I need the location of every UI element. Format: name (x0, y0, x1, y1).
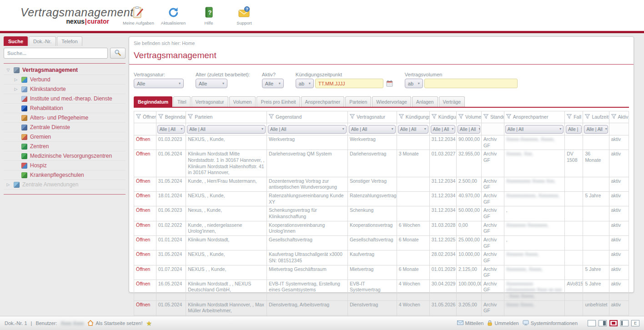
sidebar-item-zentrale-anwendungen[interactable]: ▷Zentrale Anwendungen (4, 180, 126, 190)
toolbar-hilfe[interactable]: ?Hilfe (194, 5, 224, 25)
sidebar-item-hospiz[interactable]: Hospiz (4, 161, 126, 170)
search-button[interactable] (110, 48, 126, 59)
col-header-kuendigungsfrist[interactable]: Kündigungsfrist (397, 111, 429, 123)
tab-parteien[interactable]: Parteien (345, 96, 371, 107)
startseite-link[interactable]: Als Startseite setzen! (87, 320, 142, 327)
col-header-laufzeit[interactable]: Laufzeit (583, 111, 609, 123)
col-filter-select-vertragsnatur[interactable]: Alle | All▾ (349, 125, 396, 134)
statusbar-systeminformationen[interactable]: Systeminformationen (523, 320, 578, 326)
sidebar-item-alters-und-pflegeheime[interactable]: Alters- und Pflegeheime (4, 113, 126, 123)
sidebar-item-klinikstandorte[interactable]: ▷Klinikstandorte (4, 85, 126, 94)
layout-button-letter[interactable]: E (631, 320, 639, 326)
aktiv-select[interactable]: Alle▾ (262, 79, 284, 88)
tab-anlagen[interactable]: Anlagen (412, 96, 438, 107)
layout-button-active[interactable] (609, 320, 618, 326)
col-header-kuendigung[interactable]: Kündigung (429, 111, 456, 123)
caret-right-icon[interactable]: ▷ (5, 182, 11, 187)
tab-vertragsnatur[interactable]: Vertragsnatur (191, 96, 228, 107)
col-filter-select-parteien[interactable]: Alle | All▾ (187, 125, 266, 134)
open-link[interactable]: Öffnen (136, 178, 150, 184)
alter-select[interactable]: Alle▾ (196, 79, 227, 88)
sidebar-item-gremien[interactable]: Gremien (4, 132, 126, 142)
layout-button-half[interactable] (599, 320, 607, 326)
open-link[interactable]: Öffnen (136, 266, 150, 272)
caret-right-icon[interactable]: ▷ (13, 77, 19, 82)
cell-kuendigung: 01.03.2027 (429, 150, 456, 177)
statusbar-mitteilen[interactable]: Mitteilen (457, 320, 484, 326)
cell-text: Gesellschaftsvertrag (350, 237, 393, 242)
sidebar-tab-telefon[interactable]: Telefon (57, 36, 82, 46)
sidebar-item-zentrale-dienste[interactable]: Zentrale Dienste (4, 123, 126, 132)
open-link[interactable]: Öffnen (136, 207, 150, 213)
cell-gegenstand: EVB-IT Systemvertrag, Erstellung eines G… (267, 280, 348, 300)
tab-preis-pro-einheit[interactable]: Preis pro Einheit (257, 96, 300, 107)
tab-vertr-ge[interactable]: Verträge (439, 96, 465, 107)
search-input[interactable] (4, 48, 108, 59)
sidebar-item-krankenpflegeschulen[interactable]: Krankenpflegeschulen (4, 170, 126, 180)
col-filter-select-kuendigungsfrist[interactable]: Alle | All▾ (398, 125, 428, 134)
col-header-aktiv[interactable]: Aktiv (609, 111, 629, 123)
op-value: ab (408, 81, 413, 86)
toolbar-support[interactable]: ?Support (229, 5, 259, 25)
open-link[interactable]: Öffnen (136, 193, 150, 198)
col-header-gegenstand[interactable]: Gegenstand (267, 111, 348, 123)
col-filter-select-gegenstand[interactable]: Alle | All▾ (268, 125, 347, 134)
col-filter-select-laufzeit[interactable]: Alle | All▾ (584, 125, 608, 134)
tab-ansprechpartner[interactable]: Ansprechpartner (301, 96, 345, 107)
vertragsnatur-select[interactable]: Alle▾ (134, 79, 184, 88)
sidebar-item-institute-und-med-therap-dienste[interactable]: Institute und med.-therap. Dienste (4, 94, 126, 104)
layout-button-strip[interactable] (620, 320, 629, 326)
tab-wiedervorlage[interactable]: Wiedervorlage (372, 96, 411, 107)
caret-down-icon[interactable]: ▽ (5, 68, 11, 72)
sidebar-item-medizinische-versorgungszentren[interactable]: Medizinische Versorgungszentren (4, 151, 126, 161)
col-header-ansprechpartner[interactable]: Ansprechpartner (504, 111, 564, 123)
toolbar-aktualisieren[interactable]: Aktualisieren (158, 5, 188, 25)
open-link[interactable]: Öffnen (136, 151, 150, 156)
breadcrumb-home[interactable]: Home (182, 40, 195, 46)
sidebar-item-verbund[interactable]: ▷Verbund (4, 75, 126, 85)
col-filter-select-ansprechpartner[interactable]: Alle | All▾ (505, 125, 564, 134)
open-link[interactable]: Öffnen (136, 237, 150, 242)
sidebar-tab-suche[interactable]: Suche (4, 36, 28, 46)
tab-volumen[interactable]: Volumen (229, 96, 256, 107)
filter-select-value: Alle | All (189, 126, 205, 132)
open-link[interactable]: Öffnen (136, 136, 150, 142)
col-filter-select-kuendigung[interactable]: Alle | All▾ (431, 125, 455, 134)
sidebar-item-rehabilitation[interactable]: Rehabilitation (4, 104, 126, 113)
sidebar-item-vertragsmanagement[interactable]: ▽Vertragsmanagement (4, 65, 126, 75)
statusbar-ummelden[interactable]: Ummelden (487, 320, 518, 327)
caret-right-icon[interactable]: ▷ (13, 87, 19, 91)
cell-volumen: 25.000,00 (457, 235, 482, 250)
layout-button-empty[interactable] (588, 320, 596, 326)
vertragsvolumen-input[interactable] (424, 79, 518, 88)
col-header-standort[interactable]: Standort (482, 111, 504, 123)
col-header-vertragsnatur[interactable]: Vertragsnatur (347, 111, 397, 123)
open-link[interactable]: Öffnen (136, 302, 150, 307)
open-link[interactable]: Öffnen (136, 222, 150, 228)
statusbar-separator: | (31, 320, 32, 326)
col-filter-select-fall[interactable]: Alle |▾ (566, 125, 582, 134)
col-filter-select-volumen[interactable]: Alle | All▾ (458, 125, 480, 134)
kuendigungszeitpunkt-date-input[interactable] (315, 79, 383, 88)
calendar-icon[interactable] (386, 80, 393, 87)
tab-titel[interactable]: Titel (173, 96, 190, 107)
col-header-parteien[interactable]: Parteien (186, 111, 267, 123)
col-header-open[interactable]: Öffnen (134, 111, 156, 123)
cell-text: Klinikum Nordstadt , , NEXUS Deutschland… (188, 281, 251, 293)
sidebar-tab-doknr[interactable]: Dok.-Nr. (29, 36, 56, 46)
favorite-star-icon[interactable]: ★ (146, 320, 152, 327)
filter-alter-label: Alter (zuletzt bearbeitet): (196, 72, 250, 77)
col-filter-select-beginndatum[interactable]: Alle | All▾ (157, 125, 185, 134)
brand-curator: curator (87, 18, 109, 25)
vertragsvolumen-op-select[interactable]: ab▾ (405, 79, 423, 88)
kuendigungszeitpunkt-op-select[interactable]: ab▾ (296, 79, 314, 88)
open-link[interactable]: Öffnen (136, 251, 150, 257)
statusbar-ummelden-label: Ummelden (494, 320, 518, 326)
toolbar-meine-aufgaben[interactable]: Meine Aufgaben (123, 5, 153, 25)
col-header-fall[interactable]: Fall (565, 111, 583, 123)
col-header-beginndatum[interactable]: Beginndatum (156, 111, 186, 123)
open-link[interactable]: Öffnen (136, 281, 150, 286)
tab-beginndatum[interactable]: Beginndatum (134, 96, 172, 107)
sidebar-item-zentren[interactable]: Zentren (4, 142, 126, 151)
col-header-volumen[interactable]: Volumen (457, 111, 482, 123)
